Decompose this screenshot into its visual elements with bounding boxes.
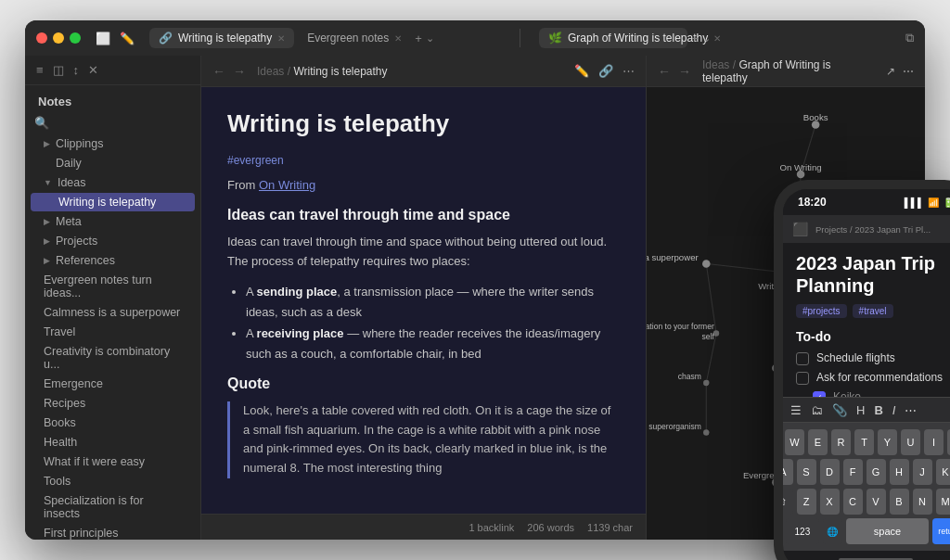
edit-icon[interactable]: ✏️ <box>120 32 135 45</box>
svg-point-22 <box>703 380 709 386</box>
layout-icon[interactable]: ⧉ <box>905 31 914 45</box>
key-n[interactable]: N <box>913 489 932 515</box>
key-v[interactable]: V <box>867 489 886 515</box>
sidebar-item-references[interactable]: ▶ References <box>31 251 195 270</box>
sidebar-item-daily[interactable]: ▶ Daily <box>31 154 195 172</box>
backlinks-count[interactable]: 1 backlink <box>469 522 514 533</box>
sidebar-item-creativity[interactable]: Creativity is combinatory u... <box>31 342 195 374</box>
sidebar-icon-3[interactable]: ↕ <box>73 63 80 77</box>
tag-badge[interactable]: #evergreen <box>227 154 284 167</box>
key-z[interactable]: Z <box>797 489 816 515</box>
sidebar-item-calmness[interactable]: Calmness is a superpower <box>31 303 195 322</box>
key-w[interactable]: W <box>785 429 804 455</box>
more-icon[interactable]: ⋯ <box>903 65 914 78</box>
tab-evergreen[interactable]: Evergreen notes ✕ <box>298 28 411 48</box>
tab-close-button[interactable]: ✕ <box>713 33 721 44</box>
close-button[interactable] <box>36 32 47 44</box>
key-globe[interactable]: 🌐 <box>823 518 842 544</box>
sidebar-icon-2[interactable]: ◫ <box>53 63 64 77</box>
toolbar-icon-h[interactable]: H <box>856 403 865 417</box>
toolbar-icon-3[interactable]: 📎 <box>832 403 847 417</box>
sidebar-item-meta[interactable]: ▶ Meta <box>31 212 195 231</box>
key-x[interactable]: X <box>820 489 840 515</box>
sidebar-item-travel[interactable]: Travel <box>31 323 195 341</box>
key-f[interactable]: F <box>843 459 863 485</box>
key-space[interactable]: space <box>846 518 929 544</box>
toolbar-icon-more[interactable]: ⋯ <box>905 403 917 417</box>
toolbar-icon-1[interactable]: ☰ <box>790 403 802 417</box>
todo-checkbox[interactable] <box>796 372 809 385</box>
add-tab-button-right[interactable]: + <box>691 32 699 45</box>
key-s[interactable]: S <box>797 459 816 485</box>
key-i[interactable]: I <box>924 429 944 455</box>
sidebar-item-recipes[interactable]: Recipes <box>31 394 195 413</box>
sidebar-item-evergreen-notes[interactable]: Evergreen notes turn ideas... <box>31 271 195 302</box>
tab-close-button[interactable]: ✕ <box>394 33 402 44</box>
sidebar-item-ideas[interactable]: ▼ Ideas <box>31 173 195 192</box>
toolbar-icon-i[interactable]: I <box>892 403 896 417</box>
key-g[interactable]: G <box>867 459 886 485</box>
key-h[interactable]: H <box>890 459 909 485</box>
add-tab-button[interactable]: + <box>415 32 422 45</box>
graph-icon: 🌿 <box>548 32 562 45</box>
key-a[interactable]: A <box>783 459 793 485</box>
key-t[interactable]: T <box>854 429 874 455</box>
link-icon[interactable]: 🔗 <box>598 64 613 78</box>
tab-close-button[interactable]: ✕ <box>277 33 285 44</box>
sidebar-item-label: Meta <box>56 215 82 228</box>
sidebar-item-books[interactable]: Books <box>31 414 195 432</box>
key-return[interactable]: return <box>932 518 950 544</box>
tab-overflow-right[interactable]: ⌄ <box>702 32 711 45</box>
minimize-button[interactable] <box>53 32 64 44</box>
key-j[interactable]: J <box>913 459 932 485</box>
svg-point-13 <box>797 171 805 179</box>
key-shift[interactable]: ⇧ <box>783 489 793 515</box>
sidebar-icon-4[interactable]: ✕ <box>88 63 98 77</box>
sidebar-item-writing[interactable]: Writing is telepathy <box>31 193 195 211</box>
key-u[interactable]: U <box>901 429 920 455</box>
phone-tag-travel[interactable]: #travel <box>853 304 893 318</box>
graph-forward-button[interactable]: → <box>678 64 691 79</box>
sidebar-item-label: Tools <box>44 475 71 488</box>
tab-graph[interactable]: 🌿 Graph of Writing is telepathy ✕ <box>539 28 687 48</box>
sidebar-item-wiwe[interactable]: What if it were easy <box>31 452 195 471</box>
edit-icon[interactable]: ✏️ <box>574 64 589 78</box>
key-r[interactable]: R <box>831 429 851 455</box>
sidebar-item-emergence[interactable]: Emergence <box>31 375 195 393</box>
phone-tag-projects[interactable]: #projects <box>796 304 847 318</box>
sidebar-item-tools[interactable]: Tools <box>31 472 195 490</box>
sidebar-item-health[interactable]: Health <box>31 433 195 452</box>
forward-button[interactable]: → <box>233 64 246 79</box>
back-button[interactable]: ← <box>212 64 225 79</box>
title-bar-right-icons: ⧉ <box>905 31 914 45</box>
sidebar-item-first-principles[interactable]: First principles <box>31 524 195 540</box>
sidebar-icon[interactable]: ⬜ <box>96 32 110 45</box>
graph-back-button[interactable]: ← <box>658 64 671 79</box>
sidebar-item-projects[interactable]: ▶ Projects <box>31 232 195 250</box>
sidebar-item-specialization[interactable]: Specialization is for insects <box>31 491 195 523</box>
editor-nav-bar: ← → Ideas / Writing is telepathy ✏️ 🔗 ⋯ <box>201 56 646 87</box>
more-icon[interactable]: ⋯ <box>623 64 635 78</box>
nav-icon-search[interactable]: 🔍 <box>34 116 191 130</box>
breadcrumb-parent[interactable]: Ideas <box>257 65 284 78</box>
toolbar-icon-2[interactable]: 🗂 <box>811 403 823 417</box>
sidebar-icon-1[interactable]: ≡ <box>36 63 44 77</box>
maximize-button[interactable] <box>70 32 81 44</box>
tab-writing[interactable]: 🔗 Writing is telepathy ✕ <box>149 28 294 48</box>
key-e[interactable]: E <box>808 429 828 455</box>
share-icon[interactable]: ↗ <box>886 65 895 78</box>
tab-overflow-button[interactable]: ⌄ <box>426 32 434 45</box>
sidebar-item-clippings[interactable]: ▶ Clippings <box>31 134 195 153</box>
phone-back-icon[interactable]: ⬛ <box>792 222 808 236</box>
key-c[interactable]: C <box>843 489 863 515</box>
key-m[interactable]: M <box>936 489 951 515</box>
from-link[interactable]: On Writing <box>259 178 315 192</box>
key-b[interactable]: B <box>890 489 909 515</box>
todo-checkbox[interactable] <box>796 352 809 365</box>
key-numbers[interactable]: 123 <box>786 518 819 544</box>
key-y[interactable]: Y <box>878 429 897 455</box>
key-k[interactable]: K <box>936 459 951 485</box>
key-d[interactable]: D <box>820 459 840 485</box>
toolbar-icon-b[interactable]: B <box>874 403 882 417</box>
graph-breadcrumb-parent[interactable]: Ideas <box>702 58 729 71</box>
